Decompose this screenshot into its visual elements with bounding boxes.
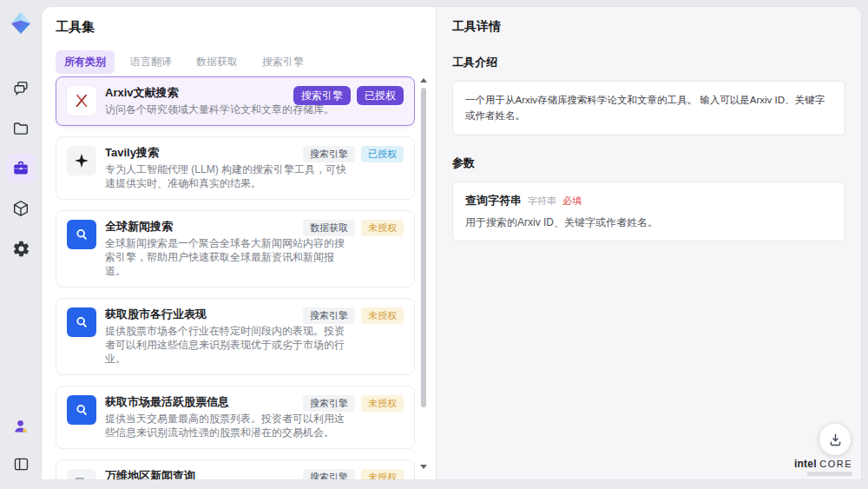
intro-text: 一个用于从Arxiv存储库搜索科学论文和文章的工具。 输入可以是Arxiv ID… xyxy=(465,92,832,124)
auth-badge: 已授权 xyxy=(361,146,404,162)
rail-nav xyxy=(6,74,36,263)
tools-panel: 工具集 所有类别 语言翻译 数据获取 搜索引擎 Arxiv文献搜索 访问各个研究… xyxy=(42,7,436,479)
tool-desc: 提供股票市场各个行业在特定时间段内的表现。投资者可以利用这些信息来识别表现优于或… xyxy=(105,324,346,366)
param-required-badge: 必填 xyxy=(562,195,582,208)
param-desc: 用于搜索的Arxiv ID、关键字或作者姓名。 xyxy=(465,215,832,230)
tab-search-engine[interactable]: 搜索引擎 xyxy=(253,50,312,74)
nav-models[interactable] xyxy=(6,194,36,223)
intel-core-logo: intel CORE xyxy=(794,458,852,476)
tool-desc: 专为人工智能代理 (LLM) 构建的搜索引擎工具，可快速提供实时、准确和真实的结… xyxy=(105,162,346,190)
param-type: 字符串 xyxy=(528,195,556,208)
nav-tools[interactable] xyxy=(6,154,36,183)
category-badge: 搜索引擎 xyxy=(303,469,355,479)
tool-card-global-news[interactable]: 全球新闻搜索 全球新闻搜索是一个聚合全球各大新闻网站内容的搜索引擎，帮助用户快速… xyxy=(56,210,415,287)
left-rail xyxy=(0,0,42,489)
nav-settings[interactable] xyxy=(6,234,36,263)
panel-collapse-icon xyxy=(12,455,30,473)
auth-badge: 已授权 xyxy=(357,86,404,105)
category-badge: 搜索引擎 xyxy=(303,395,355,412)
auth-badge: 未授权 xyxy=(361,220,404,236)
main-card: 工具集 所有类别 语言翻译 数据获取 搜索引擎 Arxiv文献搜索 访问各个研究… xyxy=(42,7,861,479)
nav-chat[interactable] xyxy=(6,74,36,103)
scroll-up-arrow-icon[interactable] xyxy=(420,78,427,83)
news-search-icon xyxy=(67,395,96,425)
details-panel: 工具详情 工具介绍 一个用于从Arxiv存储库搜索科学论文和文章的工具。 输入可… xyxy=(437,7,861,479)
auth-badge: 未授权 xyxy=(361,469,404,479)
tool-list: Arxiv文献搜索 访问各个研究领域大量科学论文和文章的存储库。 搜索引擎 已授… xyxy=(56,76,415,479)
rail-bottom xyxy=(0,412,42,479)
briefcase-icon xyxy=(11,159,30,178)
category-tabs: 所有类别 语言翻译 数据获取 搜索引擎 xyxy=(56,50,422,74)
tab-all-categories[interactable]: 所有类别 xyxy=(56,50,115,74)
tool-card-most-active-stocks[interactable]: 获取市场最活跃股票信息 提供当天交易量最高的股票列表。投资者可以利用这些信息来识… xyxy=(56,386,415,449)
intro-box: 一个用于从Arxiv存储库搜索科学论文和文章的工具。 输入可以是Arxiv ID… xyxy=(452,81,845,135)
arxiv-icon xyxy=(67,86,96,116)
chip-sub-bar xyxy=(807,472,852,476)
tab-language-translation[interactable]: 语言翻译 xyxy=(122,50,181,74)
tool-card-arxiv[interactable]: Arxiv文献搜索 访问各个研究领域大量科学论文和文章的存储库。 搜索引擎 已授… xyxy=(56,76,415,126)
tools-panel-title: 工具集 xyxy=(56,19,422,36)
list-scrollbar[interactable] xyxy=(420,76,428,471)
tool-desc: 提供当天交易量最高的股票列表。投资者可以利用这些信息来识别流动性强的股票和潜在的… xyxy=(105,412,346,439)
auth-badge: 未授权 xyxy=(361,307,404,324)
nav-files[interactable] xyxy=(6,114,36,143)
tool-desc: 全球新闻搜索是一个聚合全球各大新闻网站内容的搜索引擎，帮助用户快速获取全球最新资… xyxy=(105,236,346,278)
tool-card-sector-performance[interactable]: 获取股市各行业表现 提供股票市场各个行业在特定时间段内的表现。投资者可以利用这些… xyxy=(56,298,415,375)
details-title: 工具详情 xyxy=(452,19,845,35)
tab-data-fetch[interactable]: 数据获取 xyxy=(187,50,247,74)
chat-icon xyxy=(11,79,30,98)
intel-brand-text: intel xyxy=(794,458,817,470)
building-icon xyxy=(67,469,96,479)
tool-card-regional-news[interactable]: 万维地区新闻查询 查询具体行政区划内的新闻，快速了解各地新闻动 搜索引擎 未授权 xyxy=(56,459,415,479)
category-badge: 搜索引擎 xyxy=(293,86,351,105)
param-box: 查询字符串 字符串 必填 用于搜索的Arxiv ID、关键字或作者姓名。 xyxy=(452,182,845,241)
category-badge: 数据获取 xyxy=(303,220,355,236)
gear-icon xyxy=(12,240,30,258)
folder-icon xyxy=(11,119,30,138)
auth-badge: 未授权 xyxy=(361,395,404,412)
gem-logo-icon xyxy=(8,10,34,36)
core-product-text: CORE xyxy=(819,459,852,469)
cube-icon xyxy=(11,199,30,218)
scrollbar-thumb[interactable] xyxy=(421,88,426,407)
avatar-icon xyxy=(11,417,30,436)
download-icon xyxy=(827,432,844,448)
category-badge: 搜索引擎 xyxy=(303,146,355,162)
category-badge: 搜索引擎 xyxy=(303,307,355,324)
news-search-icon xyxy=(67,220,96,249)
tool-card-tavily[interactable]: Tavily搜索 专为人工智能代理 (LLM) 构建的搜索引擎工具，可快速提供实… xyxy=(56,136,415,200)
params-heading: 参数 xyxy=(452,155,845,171)
scroll-down-arrow-icon[interactable] xyxy=(420,465,427,469)
sparkle-icon xyxy=(67,146,96,175)
user-avatar[interactable] xyxy=(6,412,36,441)
news-search-icon xyxy=(67,307,96,337)
download-button[interactable] xyxy=(819,424,851,455)
app-logo[interactable] xyxy=(7,10,35,37)
param-name: 查询字符串 xyxy=(465,193,522,208)
collapse-panel-button[interactable] xyxy=(6,449,36,479)
intro-heading: 工具介绍 xyxy=(452,55,845,70)
